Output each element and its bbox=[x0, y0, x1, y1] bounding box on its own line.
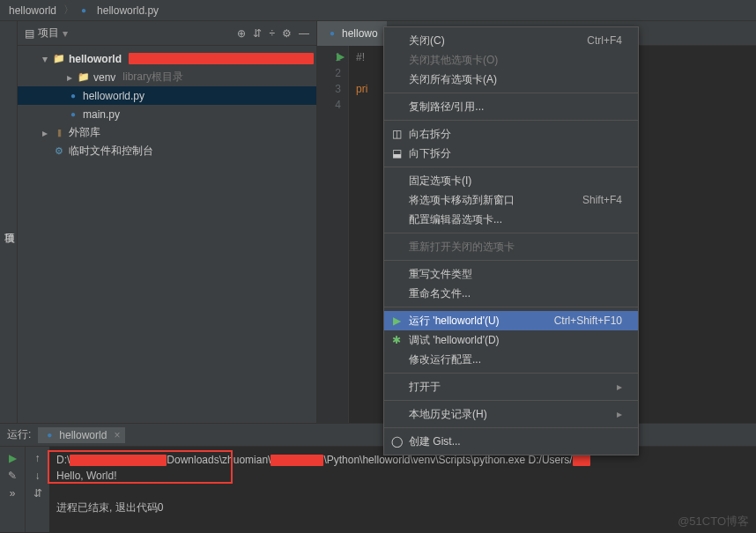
project-side-tab[interactable]: 项目 bbox=[0, 21, 18, 423]
redacted bbox=[573, 455, 590, 466]
tree-venv[interactable]: ▸ venv library根目录 bbox=[18, 68, 316, 86]
python-icon bbox=[67, 90, 79, 102]
python-icon bbox=[43, 429, 56, 441]
code-line: pri bbox=[356, 81, 367, 97]
tree-label: main.py bbox=[83, 108, 120, 121]
run-icon: ▶ bbox=[389, 315, 404, 327]
menu-close-all[interactable]: 关闭所有选项卡(A) bbox=[384, 70, 638, 89]
context-menu: 关闭(C)Ctrl+F4 关闭其他选项卡(O) 关闭所有选项卡(A) 复制路径/… bbox=[383, 26, 639, 455]
run-output[interactable]: D:\Downloads\zhuomian\\Python\helloworld… bbox=[49, 447, 756, 532]
line-number: 3 bbox=[317, 81, 348, 97]
editor-tab-label: hellowo bbox=[342, 27, 378, 40]
folder-icon: ▤ bbox=[25, 27, 34, 40]
output-text: Downloads\zhuomian\ bbox=[167, 454, 271, 466]
up-icon[interactable]: ↑ bbox=[35, 452, 41, 464]
split-down-icon: ⬓ bbox=[389, 147, 404, 159]
tree-external-libs[interactable]: ▸ 外部库 bbox=[18, 123, 316, 142]
menu-pin-tab[interactable]: 固定选项卡(I) bbox=[384, 171, 638, 190]
chevron-down-icon: ▾ bbox=[42, 53, 49, 65]
tree-root[interactable]: ▾ helloworld bbox=[18, 49, 316, 68]
down-icon[interactable]: ↓ bbox=[35, 470, 41, 482]
output-line: Hello, World! bbox=[56, 468, 749, 484]
tree-file-main[interactable]: main.py bbox=[18, 105, 316, 123]
tree-label: helloworld bbox=[69, 53, 122, 65]
code-area[interactable]: #! pri bbox=[349, 46, 374, 423]
menu-rename-file[interactable]: 重命名文件... bbox=[384, 284, 638, 303]
run-toolbar-left: ▶ ✎ » bbox=[0, 447, 25, 532]
python-icon bbox=[326, 27, 338, 40]
menu-copy-path[interactable]: 复制路径/引用... bbox=[384, 97, 638, 116]
exit-line: 进程已结束, 退出代码0 bbox=[56, 500, 749, 515]
line-number: 4 bbox=[317, 97, 348, 113]
python-icon bbox=[67, 108, 79, 121]
target-icon[interactable]: ⊕ bbox=[237, 27, 246, 40]
hide-icon[interactable]: — bbox=[299, 27, 309, 40]
library-icon bbox=[53, 127, 65, 139]
menu-debug[interactable]: ✱调试 'helloworld'(D) bbox=[384, 330, 638, 350]
folder-icon bbox=[78, 71, 90, 84]
tree-label: 外部库 bbox=[69, 125, 100, 140]
run-tab-label: helloworld bbox=[59, 429, 107, 441]
more-icon[interactable]: » bbox=[10, 487, 16, 500]
dropdown-icon[interactable]: ▾ bbox=[63, 27, 68, 40]
menu-create-gist[interactable]: ◯创建 Gist... bbox=[384, 432, 638, 451]
close-icon[interactable]: × bbox=[114, 429, 120, 441]
folder-icon bbox=[53, 53, 65, 65]
project-tree: ▾ helloworld ▸ venv library根目录 helloworl… bbox=[18, 46, 316, 423]
menu-run[interactable]: ▶运行 'helloworld'(U)Ctrl+Shift+F10 bbox=[384, 311, 638, 330]
run-title: 运行: bbox=[7, 427, 31, 442]
scroll-icon[interactable]: ⇵ bbox=[33, 487, 42, 500]
chevron-right-icon: ▸ bbox=[617, 381, 622, 393]
menu-config-editor-tabs[interactable]: 配置编辑器选项卡... bbox=[384, 210, 638, 229]
menu-override-filetype[interactable]: 重写文件类型 bbox=[384, 264, 638, 284]
chevron-right-icon: ▸ bbox=[617, 408, 622, 420]
breadcrumb-project[interactable]: helloworld bbox=[5, 3, 60, 19]
tree-label: 临时文件和控制台 bbox=[69, 144, 153, 159]
output-text: \Python\helloworld\venv\Scripts\python.e… bbox=[323, 454, 572, 466]
run-tab[interactable]: helloworld × bbox=[38, 427, 125, 443]
breadcrumb-sep: 〉 bbox=[63, 3, 74, 18]
menu-open-in[interactable]: 打开于▸ bbox=[384, 377, 638, 396]
menu-close[interactable]: 关闭(C)Ctrl+F4 bbox=[384, 31, 638, 50]
tree-scratch[interactable]: 临时文件和控制台 bbox=[18, 142, 316, 160]
menu-split-right[interactable]: ◫向右拆分 bbox=[384, 124, 638, 144]
menu-split-down[interactable]: ⬓向下拆分 bbox=[384, 144, 638, 163]
menu-local-history[interactable]: 本地历史记录(H)▸ bbox=[384, 404, 638, 424]
editor-tab[interactable]: hellowo bbox=[317, 21, 387, 46]
tree-file-helloworld[interactable]: helloworld.py bbox=[18, 86, 316, 105]
tree-label: venv bbox=[93, 71, 115, 84]
gutter: 1 2 3 4 bbox=[317, 46, 349, 423]
panel-title: 项目 bbox=[38, 26, 59, 41]
chevron-right-icon: ▸ bbox=[67, 71, 74, 84]
watermark: @51CTO博客 bbox=[678, 514, 749, 529]
menu-close-other: 关闭其他选项卡(O) bbox=[384, 50, 638, 70]
run-panel: 运行: helloworld × ▶ ✎ » ↑ ↓ ⇵ D:\Download… bbox=[0, 423, 756, 532]
rerun-icon[interactable]: ▶ bbox=[9, 452, 17, 464]
line-number: 2 bbox=[317, 65, 348, 81]
redacted-path bbox=[129, 53, 314, 64]
run-toolbar-left2: ↑ ↓ ⇵ bbox=[25, 447, 49, 532]
python-icon bbox=[78, 4, 90, 17]
settings-icon[interactable]: ✎ bbox=[8, 470, 17, 482]
output-text: D:\ bbox=[56, 454, 70, 466]
menu-reopen-closed: 重新打开关闭的选项卡 bbox=[384, 237, 638, 256]
gear-icon[interactable]: ⚙ bbox=[282, 27, 292, 40]
github-icon: ◯ bbox=[389, 435, 404, 448]
chevron-right-icon: ▸ bbox=[42, 127, 49, 139]
menu-move-new-window[interactable]: 将选项卡移动到新窗口Shift+F4 bbox=[384, 190, 638, 210]
project-panel: ▤ 项目 ▾ ⊕ ⇵ ÷ ⚙ — ▾ helloworld ▸ v bbox=[18, 21, 317, 423]
split-right-icon: ◫ bbox=[389, 128, 404, 140]
tree-label: helloworld.py bbox=[83, 90, 145, 102]
redacted bbox=[271, 455, 323, 466]
tree-hint: library根目录 bbox=[122, 70, 183, 85]
expand-icon[interactable]: ⇵ bbox=[253, 27, 262, 40]
run-gutter-icon[interactable]: ▶ bbox=[337, 50, 345, 63]
menu-edit-run-config[interactable]: 修改运行配置... bbox=[384, 350, 638, 369]
breadcrumb-file[interactable]: helloworld.py bbox=[93, 3, 162, 19]
debug-icon: ✱ bbox=[389, 334, 404, 346]
collapse-icon[interactable]: ÷ bbox=[269, 27, 275, 40]
scratch-icon bbox=[53, 145, 65, 158]
code-line: #! bbox=[356, 49, 367, 65]
redacted bbox=[70, 455, 167, 466]
